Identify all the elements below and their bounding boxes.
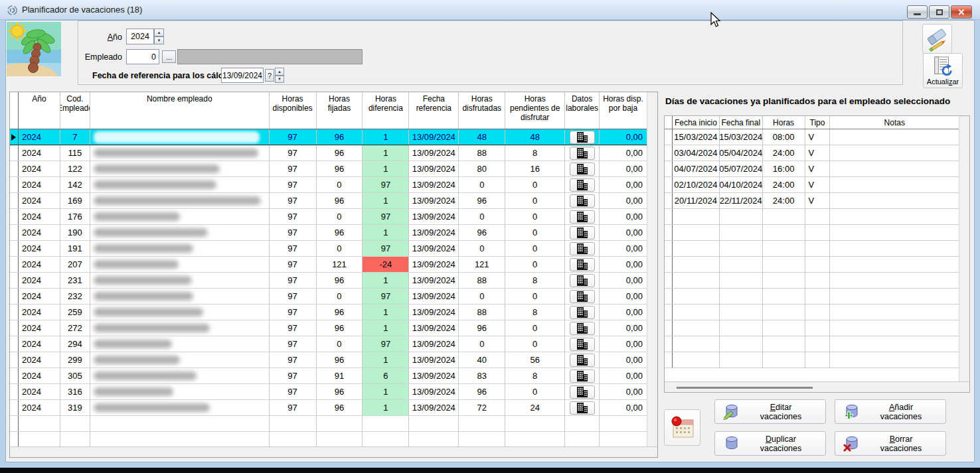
year-input[interactable]: 2024 (126, 29, 154, 44)
datos-laborales-button[interactable] (570, 178, 595, 192)
eraser-button[interactable] (922, 24, 952, 54)
employee-row[interactable]: 20241769709713/09/2024000,00 (10, 209, 647, 225)
datos-laborales-button[interactable] (570, 258, 595, 271)
employee-row[interactable]: 20241229796113/09/202480160,00 (10, 161, 647, 177)
year-cell: 2024 (19, 336, 60, 352)
employee-row[interactable]: 202420797121-2413/09/202412100,00 (10, 257, 647, 273)
fecha-inicio-cell (673, 320, 720, 336)
datos-laborales-button[interactable] (570, 290, 595, 303)
refdate-help-button[interactable]: ? (265, 69, 274, 82)
employee-row[interactable]: 20242599796113/09/20248880,00 (10, 304, 647, 320)
empty-cell (90, 432, 270, 446)
row-selector (10, 193, 19, 208)
employee-row[interactable]: 20243059791613/09/20248380,00 (10, 368, 647, 384)
building-icon (576, 339, 588, 350)
vacation-row[interactable]: 04/07/202405/07/202416:00V (665, 161, 959, 177)
employee-row[interactable]: 20241159796113/09/20248880,00 (10, 145, 647, 161)
scrollbar-thumb[interactable] (677, 387, 813, 389)
notas-cell (830, 161, 959, 176)
vacations-vertical-scrollbar[interactable] (959, 116, 969, 381)
column-header[interactable]: Cod. Empleado (60, 92, 90, 129)
employee-row[interactable]: 20241919709713/09/2024000,00 (10, 241, 647, 257)
column-header[interactable]: Horas disp. por baja (600, 92, 647, 129)
column-header[interactable]: Horas disponibles (270, 92, 317, 129)
employee-row[interactable]: 20242949709713/09/2024000,00 (10, 336, 647, 352)
datos-laborales-button[interactable] (570, 274, 595, 287)
employee-row[interactable]: 202479796113/09/202448480,00 (10, 129, 647, 145)
editar-vacaciones-button[interactable]: Editar vacaciones (714, 399, 826, 424)
employee-code-input[interactable]: 0 (126, 49, 159, 64)
datos-laborales-button[interactable] (570, 226, 595, 239)
year-spinner-down[interactable]: ▼ (154, 36, 164, 44)
employee-row[interactable]: 20242329709713/09/2024000,00 (10, 289, 647, 304)
datos-laborales-button[interactable] (570, 147, 595, 160)
datos-laborales-button[interactable] (570, 354, 595, 367)
datos-laborales-button[interactable] (570, 338, 595, 351)
column-header[interactable]: Horas diferencia (363, 92, 409, 129)
horas-diferencia-cell: 1 (363, 273, 409, 288)
employee-row[interactable]: 20241429709713/09/2024000,00 (10, 177, 647, 193)
datos-laborales-button[interactable] (570, 131, 595, 144)
notas-cell (830, 209, 959, 224)
refdate-spinner-down[interactable]: ▼ (275, 76, 284, 84)
vacation-row[interactable]: 03/04/202405/04/202424:00V (665, 145, 959, 161)
datos-laborales-button[interactable] (570, 385, 595, 399)
vacation-row[interactable]: 15/03/202415/03/202408:00V (665, 129, 959, 145)
column-header[interactable]: Tipo (805, 116, 831, 129)
employee-row[interactable]: 20241699796113/09/20249600,00 (10, 193, 647, 209)
actualizar-button[interactable]: Actualizar (923, 53, 963, 88)
tipo-cell (805, 241, 831, 256)
vacation-row[interactable]: 02/10/202404/10/202424:00V (665, 177, 959, 193)
column-header[interactable]: Año (19, 92, 60, 129)
column-header[interactable]: Notas (830, 116, 959, 129)
borrar-vacaciones-button[interactable]: Borrar vacaciones (835, 431, 946, 456)
employees-vertical-scrollbar[interactable] (647, 92, 657, 446)
column-header[interactable]: Datos laborales (565, 92, 600, 129)
column-header[interactable]: Horas pendientes de disfrutar (505, 92, 565, 129)
blurred-name (94, 276, 192, 285)
employee-row[interactable]: 20243199796113/09/202472240,00 (10, 400, 647, 416)
datos-laborales-button[interactable] (570, 322, 595, 335)
duplicar-vacaciones-button[interactable]: Duplicar vacaciones (714, 431, 826, 456)
refdate-spinner-up[interactable]: ▲ (275, 68, 284, 76)
column-header[interactable]: Fecha referencia (409, 92, 459, 129)
refdate-input[interactable]: 13/09/2024 (221, 68, 264, 83)
mouse-cursor (710, 12, 722, 29)
empty-cell (409, 432, 459, 446)
calendar-button[interactable] (664, 409, 700, 446)
vacation-row[interactable]: 20/11/202422/11/202424:00V (665, 193, 959, 209)
column-header[interactable]: Horas disfrutadas (459, 92, 505, 129)
horas-cell (763, 320, 805, 336)
employee-row[interactable]: 20241909796113/09/20249600,00 (10, 225, 647, 241)
maximize-button[interactable] (929, 5, 949, 19)
minimize-button[interactable] (907, 5, 928, 19)
datos-laborales-button[interactable] (570, 370, 595, 383)
column-header[interactable]: Horas (763, 116, 805, 129)
datos-laborales-button[interactable] (570, 210, 595, 224)
employee-row[interactable]: 20242729796113/09/20249600,00 (10, 320, 647, 336)
datos-laborales-button[interactable] (570, 163, 595, 176)
horas-disponibles-cell: 97 (270, 320, 317, 336)
vacations-horizontal-scrollbar[interactable] (665, 381, 969, 392)
horas-baja-cell: 0,00 (600, 241, 647, 256)
year-spinner-up[interactable]: ▲ (154, 29, 164, 36)
column-header[interactable]: Horas fijadas (317, 92, 363, 129)
anadir-vacaciones-button[interactable]: Añadir vacaciones (835, 399, 946, 424)
datos-laborales-button[interactable] (570, 401, 595, 415)
datos-laborales-button[interactable] (570, 242, 595, 255)
datos-laborales-button[interactable] (570, 194, 595, 208)
column-header[interactable]: Fecha inicio (673, 116, 720, 129)
employee-row[interactable]: 20243169796113/09/20249600,00 (10, 384, 647, 400)
column-header[interactable]: Nombre empleado (90, 92, 270, 129)
employee-browse-button[interactable]: ... (162, 50, 176, 63)
employee-row[interactable]: 20242319796113/09/20248880,00 (10, 273, 647, 289)
employee-row[interactable]: 20242999796113/09/202440560,00 (10, 352, 647, 368)
employee-label: Empleado (74, 52, 122, 62)
employees-horizontal-scrollbar[interactable] (10, 446, 657, 457)
horas-disfrutadas-cell: 88 (459, 145, 505, 161)
close-button[interactable]: ✕ (951, 5, 972, 19)
empty-row (10, 432, 647, 446)
datos-laborales-button[interactable] (570, 306, 595, 319)
column-header[interactable]: Fecha final (720, 116, 763, 129)
tipo-cell: V (805, 129, 831, 145)
